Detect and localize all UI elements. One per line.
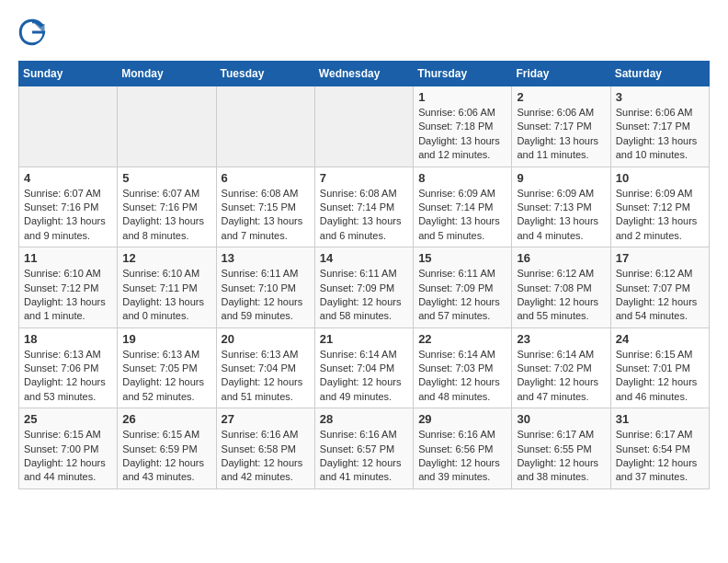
day-number: 28 [320,412,408,426]
calendar-cell [216,86,314,167]
day-info: Sunrise: 6:09 AMSunset: 7:14 PMDaylight:… [418,187,506,244]
calendar-cell: 6Sunrise: 6:08 AMSunset: 7:15 PMDaylight… [216,167,314,247]
day-info: Sunrise: 6:11 AMSunset: 7:10 PMDaylight:… [222,267,310,324]
day-info: Sunrise: 6:07 AMSunset: 7:16 PMDaylight:… [122,187,210,244]
calendar-cell: 20Sunrise: 6:13 AMSunset: 7:04 PMDayligh… [216,327,314,408]
day-info: Sunrise: 6:14 AMSunset: 7:04 PMDaylight:… [320,348,408,405]
calendar-header-sunday: Sunday [19,62,118,86]
calendar-header-tuesday: Tuesday [216,62,314,86]
day-info: Sunrise: 6:16 AMSunset: 6:58 PMDaylight:… [222,428,310,485]
calendar-header-wednesday: Wednesday [314,62,413,86]
calendar-cell: 9Sunrise: 6:09 AMSunset: 7:13 PMDaylight… [512,167,610,247]
calendar-week-row: 4Sunrise: 6:07 AMSunset: 7:16 PMDaylight… [19,167,710,247]
day-number: 21 [320,332,408,346]
calendar-header-row: SundayMondayTuesdayWednesdayThursdayFrid… [19,62,710,86]
day-info: Sunrise: 6:14 AMSunset: 7:02 PMDaylight:… [517,348,605,405]
calendar-cell: 23Sunrise: 6:14 AMSunset: 7:02 PMDayligh… [512,327,610,408]
day-info: Sunrise: 6:12 AMSunset: 7:07 PMDaylight:… [616,267,704,324]
day-number: 17 [616,251,704,265]
day-info: Sunrise: 6:16 AMSunset: 6:57 PMDaylight:… [320,428,408,485]
calendar-cell: 30Sunrise: 6:17 AMSunset: 6:55 PMDayligh… [512,408,610,489]
calendar-cell: 1Sunrise: 6:06 AMSunset: 7:18 PMDaylight… [414,86,512,167]
calendar-cell [314,86,413,167]
day-info: Sunrise: 6:06 AMSunset: 7:17 PMDaylight:… [616,106,704,163]
day-number: 14 [320,251,408,265]
day-info: Sunrise: 6:08 AMSunset: 7:15 PMDaylight:… [222,187,310,244]
day-number: 27 [222,412,310,426]
day-number: 25 [24,412,112,426]
calendar-cell: 22Sunrise: 6:14 AMSunset: 7:03 PMDayligh… [414,327,512,408]
day-info: Sunrise: 6:17 AMSunset: 6:55 PMDaylight:… [517,428,605,485]
day-info: Sunrise: 6:15 AMSunset: 7:01 PMDaylight:… [616,348,704,405]
day-number: 4 [24,171,112,185]
day-number: 30 [517,412,605,426]
day-info: Sunrise: 6:13 AMSunset: 7:04 PMDaylight:… [222,348,310,405]
calendar-cell: 14Sunrise: 6:11 AMSunset: 7:09 PMDayligh… [314,247,413,328]
day-number: 5 [122,171,210,185]
day-number: 31 [616,412,704,426]
calendar-table: SundayMondayTuesdayWednesdayThursdayFrid… [18,61,710,489]
calendar-header-friday: Friday [512,62,610,86]
day-number: 6 [222,171,310,185]
calendar-cell [19,86,118,167]
day-number: 9 [517,171,605,185]
day-info: Sunrise: 6:11 AMSunset: 7:09 PMDaylight:… [320,267,408,324]
day-number: 2 [517,90,605,104]
calendar-cell: 3Sunrise: 6:06 AMSunset: 7:17 PMDaylight… [610,86,709,167]
calendar-cell: 4Sunrise: 6:07 AMSunset: 7:16 PMDaylight… [19,167,118,247]
day-info: Sunrise: 6:09 AMSunset: 7:12 PMDaylight:… [616,187,704,244]
logo [18,18,51,46]
calendar-cell: 12Sunrise: 6:10 AMSunset: 7:11 PMDayligh… [118,247,216,328]
calendar-cell [118,86,216,167]
day-number: 23 [517,332,605,346]
day-number: 10 [616,171,704,185]
day-info: Sunrise: 6:15 AMSunset: 6:59 PMDaylight:… [122,428,210,485]
day-info: Sunrise: 6:11 AMSunset: 7:09 PMDaylight:… [418,267,506,324]
day-number: 20 [222,332,310,346]
calendar-cell: 29Sunrise: 6:16 AMSunset: 6:56 PMDayligh… [414,408,512,489]
day-info: Sunrise: 6:16 AMSunset: 6:56 PMDaylight:… [418,428,506,485]
calendar-week-row: 11Sunrise: 6:10 AMSunset: 7:12 PMDayligh… [19,247,710,328]
calendar-cell: 15Sunrise: 6:11 AMSunset: 7:09 PMDayligh… [414,247,512,328]
day-info: Sunrise: 6:06 AMSunset: 7:17 PMDaylight:… [517,106,605,163]
calendar-cell: 27Sunrise: 6:16 AMSunset: 6:58 PMDayligh… [216,408,314,489]
day-info: Sunrise: 6:06 AMSunset: 7:18 PMDaylight:… [418,106,506,163]
day-number: 1 [418,90,506,104]
day-number: 18 [24,332,112,346]
day-number: 26 [122,412,210,426]
calendar-cell: 28Sunrise: 6:16 AMSunset: 6:57 PMDayligh… [314,408,413,489]
calendar-header-thursday: Thursday [414,62,512,86]
day-info: Sunrise: 6:15 AMSunset: 7:00 PMDaylight:… [24,428,112,485]
calendar-cell: 26Sunrise: 6:15 AMSunset: 6:59 PMDayligh… [118,408,216,489]
day-number: 19 [122,332,210,346]
calendar-cell: 11Sunrise: 6:10 AMSunset: 7:12 PMDayligh… [19,247,118,328]
calendar-cell: 10Sunrise: 6:09 AMSunset: 7:12 PMDayligh… [610,167,709,247]
calendar-week-row: 1Sunrise: 6:06 AMSunset: 7:18 PMDaylight… [19,86,710,167]
day-info: Sunrise: 6:08 AMSunset: 7:14 PMDaylight:… [320,187,408,244]
day-info: Sunrise: 6:10 AMSunset: 7:11 PMDaylight:… [122,267,210,324]
day-number: 7 [320,171,408,185]
day-number: 24 [616,332,704,346]
calendar-week-row: 18Sunrise: 6:13 AMSunset: 7:06 PMDayligh… [19,327,710,408]
day-number: 12 [122,251,210,265]
calendar-cell: 7Sunrise: 6:08 AMSunset: 7:14 PMDaylight… [314,167,413,247]
calendar-header-saturday: Saturday [610,62,709,86]
calendar-cell: 16Sunrise: 6:12 AMSunset: 7:08 PMDayligh… [512,247,610,328]
day-info: Sunrise: 6:07 AMSunset: 7:16 PMDaylight:… [24,187,112,244]
day-number: 8 [418,171,506,185]
logo-icon [18,18,46,46]
day-info: Sunrise: 6:10 AMSunset: 7:12 PMDaylight:… [24,267,112,324]
day-number: 15 [418,251,506,265]
calendar-cell: 18Sunrise: 6:13 AMSunset: 7:06 PMDayligh… [19,327,118,408]
day-number: 11 [24,251,112,265]
day-info: Sunrise: 6:12 AMSunset: 7:08 PMDaylight:… [517,267,605,324]
calendar-cell: 31Sunrise: 6:17 AMSunset: 6:54 PMDayligh… [610,408,709,489]
day-number: 29 [418,412,506,426]
day-number: 22 [418,332,506,346]
day-info: Sunrise: 6:17 AMSunset: 6:54 PMDaylight:… [616,428,704,485]
page-header [18,18,710,46]
day-info: Sunrise: 6:09 AMSunset: 7:13 PMDaylight:… [517,187,605,244]
calendar-week-row: 25Sunrise: 6:15 AMSunset: 7:00 PMDayligh… [19,408,710,489]
day-info: Sunrise: 6:14 AMSunset: 7:03 PMDaylight:… [418,348,506,405]
calendar-cell: 5Sunrise: 6:07 AMSunset: 7:16 PMDaylight… [118,167,216,247]
